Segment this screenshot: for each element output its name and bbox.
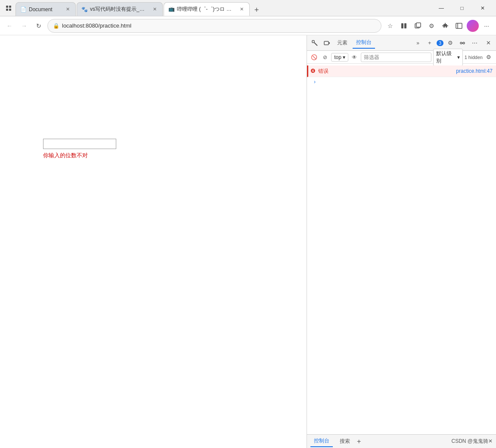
devtools-bottom-plus[interactable]: + (357, 438, 361, 445)
tab-grid-button[interactable] (3, 3, 14, 13)
browser-tab-bilibili[interactable]: 📺 哔哩哔哩 (゜-゜)つロ 干杯~-bili... ✕ (164, 2, 250, 16)
browser-tab-document[interactable]: 📄 Document ✕ (16, 2, 76, 16)
devtools-toolbar: 🚫 ⊘ top ▾ 👁 默认级别 ▾ 1 hidden ⚙ (307, 51, 496, 64)
reading-view-icon[interactable] (398, 20, 410, 32)
grid-icon (6, 5, 12, 11)
favorites-icon[interactable]: ☆ (384, 20, 396, 32)
devtools-more-btn[interactable]: ⋯ (469, 38, 480, 48)
cursor-icon (311, 40, 318, 47)
window-controls: — □ ✕ (431, 1, 493, 15)
tab-favicon-3: 📺 (168, 6, 174, 12)
tab-title-2: vs写代码时没有提示_百度搜索 (90, 6, 149, 13)
devtools-close-btn[interactable]: ✕ (483, 38, 493, 48)
devtools-error-badge: 3 (437, 40, 443, 46)
back-button[interactable]: ← (3, 20, 16, 32)
nav-bar: ← → ↻ 🔒 localhost:8080/practice.html ☆ ⚙ (0, 16, 496, 35)
collections-icon[interactable] (412, 20, 424, 32)
tabs-area: 📄 Document ✕ 🐾 vs写代码时没有提示_百度搜索 ✕ 📺 哔哩哔哩 … (16, 0, 428, 16)
browser-tab-baidu[interactable]: 🐾 vs写代码时没有提示_百度搜索 ✕ (77, 2, 163, 16)
page-content: 你输入的位数不对 (0, 35, 307, 448)
svg-line-11 (314, 43, 317, 46)
devtools-level-dropdown[interactable]: 默认级别 ▾ (433, 49, 463, 66)
devtools-tab-more[interactable]: » (413, 38, 423, 48)
level-label: 默认级别 (436, 50, 456, 65)
console-expand-row: › (307, 77, 496, 87)
devtools-panel: 元素 控制台 » + 3 ⚙ ⋯ ✕ (307, 35, 496, 448)
address-bar[interactable]: 🔒 localhost:8080/practice.html (47, 19, 381, 33)
profile-avatar[interactable] (467, 20, 479, 32)
practice-input[interactable] (43, 139, 116, 149)
tab-close-3[interactable]: ✕ (238, 6, 245, 12)
new-tab-button[interactable]: + (251, 4, 263, 16)
level-dropdown-arrow: ▾ (457, 54, 460, 60)
svg-rect-10 (312, 40, 314, 43)
nav-right-icons: ☆ ⚙ (384, 20, 493, 32)
svg-rect-1 (9, 6, 11, 8)
expand-arrow[interactable]: › (314, 78, 316, 86)
devtools-console-area: ❹ 错误 practice.html:47 › (307, 64, 496, 434)
devtools-device-icon[interactable] (322, 38, 332, 48)
svg-rect-7 (416, 23, 421, 27)
book-icon (400, 22, 407, 29)
tab-favicon-1: 📄 (20, 6, 26, 12)
console-error-row: ❹ 错误 practice.html:47 (307, 65, 496, 77)
devtools-filter-icon[interactable]: ⊘ (320, 53, 329, 62)
title-bar: 📄 Document ✕ 🐾 vs写代码时没有提示_百度搜索 ✕ 📺 哔哩哔哩 … (0, 0, 496, 16)
refresh-button[interactable]: ↻ (33, 20, 45, 32)
svg-rect-12 (324, 41, 329, 45)
devtools-header: 元素 控制台 » + 3 ⚙ ⋯ ✕ (307, 35, 496, 51)
svg-point-14 (460, 42, 462, 44)
forward-button[interactable]: → (18, 20, 30, 32)
console-error-link[interactable]: practice.html:47 (456, 67, 493, 75)
devtools-tab-elements[interactable]: 元素 (334, 37, 351, 48)
close-button[interactable]: ✕ (473, 1, 493, 15)
devtools-inspect-icon[interactable] (310, 38, 320, 48)
devtools-add-tab[interactable]: + (425, 38, 435, 48)
more-options-icon[interactable]: ··· (480, 20, 493, 32)
tab-title-1: Document (29, 6, 62, 12)
devtools-settings-btn[interactable]: ⚙ (445, 38, 456, 48)
top-dropdown-arrow: ▾ (343, 54, 345, 60)
input-section: 你输入的位数不对 (43, 139, 289, 159)
sidebar-icon[interactable] (453, 20, 465, 32)
svg-rect-2 (6, 9, 8, 11)
tab-close-1[interactable]: ✕ (64, 6, 71, 13)
svg-point-15 (463, 42, 465, 44)
error-icon: ❹ (310, 67, 316, 75)
sidebar-svg-icon (456, 22, 462, 29)
devtools-bottom-tab-search[interactable]: 搜索 (336, 436, 353, 447)
page-inner: 你输入的位数不对 (0, 35, 307, 448)
minimize-button[interactable]: — (431, 1, 451, 15)
maximize-button[interactable]: □ (452, 1, 472, 15)
csdn-watermark: CSDN @鬼鬼骑✕ (451, 438, 493, 445)
error-message: 你输入的位数不对 (43, 152, 289, 159)
devtools-filter-input[interactable] (361, 53, 431, 62)
top-label: top (334, 54, 341, 60)
collections-svg-icon (414, 22, 421, 29)
tab-favicon-2: 🐾 (81, 6, 87, 12)
console-error-text: 错误 (318, 67, 456, 75)
browser-window: 📄 Document ✕ 🐾 vs写代码时没有提示_百度搜索 ✕ 📺 哔哩哔哩 … (0, 0, 496, 448)
devtools-connect-icon[interactable] (457, 38, 468, 48)
svg-rect-0 (6, 6, 8, 8)
devtools-clear-btn[interactable]: 🚫 (310, 53, 319, 62)
svg-rect-8 (456, 23, 462, 28)
extensions-icon[interactable] (439, 20, 451, 32)
device-icon (323, 40, 330, 47)
devtools-tab-console[interactable]: 控制台 (353, 37, 375, 49)
connect-svg-icon (459, 40, 465, 46)
settings-icon[interactable]: ⚙ (425, 20, 437, 32)
devtools-bottom-tab-console[interactable]: 控制台 (310, 436, 333, 447)
devtools-eye-icon[interactable]: 👁 (350, 53, 359, 62)
title-bar-left (3, 3, 14, 13)
svg-rect-3 (9, 9, 11, 11)
main-area: 你输入的位数不对 (0, 35, 496, 448)
extension-svg-icon (442, 22, 449, 29)
devtools-console-settings[interactable]: ⚙ (484, 53, 493, 62)
svg-rect-13 (329, 42, 330, 44)
devtools-top-dropdown[interactable]: top ▾ (331, 53, 348, 62)
lock-icon: 🔒 (53, 23, 59, 29)
tab-title-3: 哔哩哔哩 (゜-゜)つロ 干杯~-bili... (177, 6, 236, 13)
svg-rect-5 (404, 23, 406, 28)
tab-close-2[interactable]: ✕ (151, 6, 158, 13)
